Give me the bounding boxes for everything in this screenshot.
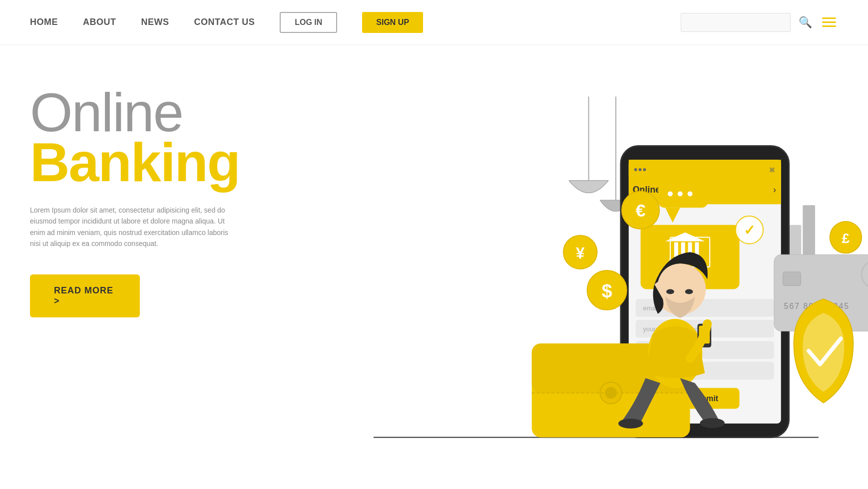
illustration-svg: ⌘ ‹ Online Banking › <box>275 45 868 489</box>
menu-bar-2 <box>822 21 836 23</box>
hamburger-menu-button[interactable] <box>820 15 838 29</box>
svg-point-66 <box>678 192 683 197</box>
main-content: Online Banking Lorem Ipsum dolor sit ame… <box>0 45 868 489</box>
nav-about[interactable]: ABOUT <box>83 17 116 27</box>
svg-point-75 <box>666 289 674 294</box>
nav-contact[interactable]: CONTACT US <box>194 17 255 27</box>
svg-point-79 <box>618 419 643 429</box>
search-icon[interactable]: 🔍 <box>799 16 812 29</box>
menu-bar-3 <box>822 25 836 27</box>
svg-point-20 <box>634 168 637 171</box>
svg-point-21 <box>639 168 642 171</box>
svg-point-65 <box>668 192 673 197</box>
svg-point-22 <box>643 168 646 171</box>
svg-text:$: $ <box>602 280 612 301</box>
login-button[interactable]: LOG IN <box>280 12 337 33</box>
svg-text:›: › <box>773 185 776 195</box>
search-input[interactable] <box>681 13 791 32</box>
header-right: 🔍 <box>681 13 838 32</box>
svg-point-67 <box>688 192 693 197</box>
nav-home[interactable]: HOME <box>30 17 58 27</box>
svg-rect-19 <box>629 160 781 180</box>
main-nav: HOME ABOUT NEWS CONTACT US LOG IN SIGN U… <box>30 12 681 33</box>
svg-rect-63 <box>658 181 708 208</box>
svg-text:✓: ✓ <box>744 223 755 238</box>
svg-text:£: £ <box>842 231 850 246</box>
header: HOME ABOUT NEWS CONTACT US LOG IN SIGN U… <box>0 0 868 45</box>
svg-text:⌘: ⌘ <box>769 167 775 174</box>
signup-button[interactable]: SIGN UP <box>362 12 423 33</box>
hero-description: Lorem Ipsum dolor sit amet, consectetur … <box>30 205 230 249</box>
svg-point-76 <box>685 289 693 294</box>
hero-left: Online Banking Lorem Ipsum dolor sit ame… <box>0 45 275 489</box>
svg-rect-51 <box>783 272 801 286</box>
hero-title-banking: Banking <box>30 135 245 190</box>
svg-text:€: € <box>636 201 646 221</box>
hero-illustration: ⌘ ‹ Online Banking › <box>275 45 868 489</box>
svg-text:¥: ¥ <box>576 244 585 262</box>
svg-point-80 <box>700 418 725 428</box>
read-more-button[interactable]: READ MORE > <box>30 274 140 317</box>
menu-bar-1 <box>822 17 836 19</box>
nav-news[interactable]: NEWS <box>141 17 169 27</box>
